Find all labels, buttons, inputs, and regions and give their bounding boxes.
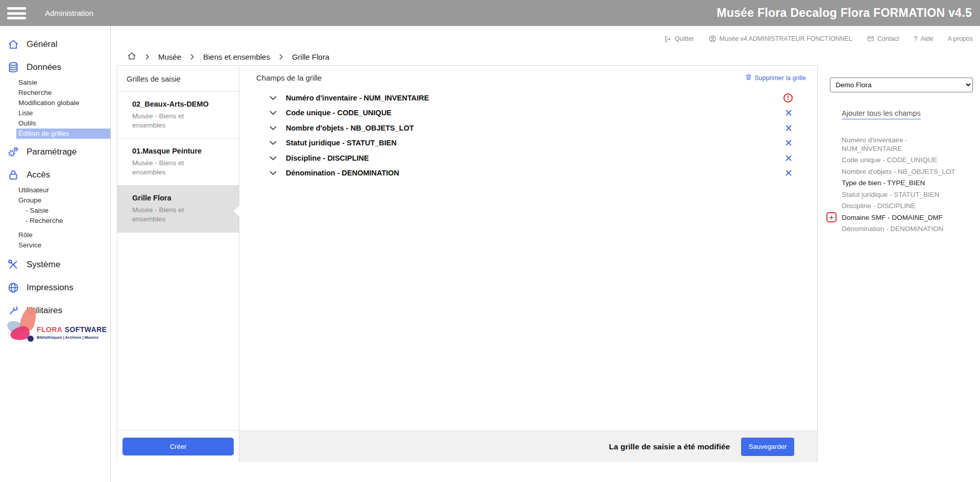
available-field: Numéro d'inventaire - NUM_INVENTAIRE	[842, 136, 958, 153]
globe-icon	[7, 281, 20, 294]
chevron-right-icon	[279, 54, 283, 60]
chevron-down-icon[interactable]	[269, 140, 278, 145]
chevron-right-icon	[145, 54, 150, 60]
app-label: Administration	[45, 9, 93, 17]
grid-list-item[interactable]: 02_Beaux-Arts-DEMO Musée - Biens et ense…	[117, 92, 239, 139]
sidebar-item-edition-de-grilles[interactable]: Édition de grilles	[16, 129, 110, 139]
field-row: Numéro d'inventaire - NUM_INVENTAIRE !	[239, 90, 817, 106]
delete-grid-link[interactable]: Supprimer la grille	[745, 73, 806, 82]
chevron-down-icon[interactable]	[269, 170, 278, 175]
home-icon	[7, 38, 20, 51]
available-field: Code unique - CODE_UNIQUE	[842, 156, 958, 165]
grid-item-name: Grille Flora	[132, 194, 233, 202]
help-button[interactable]: ? Aide	[914, 35, 934, 43]
sidebar-item-general[interactable]: Général	[0, 34, 110, 55]
breadcrumb-item[interactable]: Musée	[158, 53, 181, 61]
chevron-right-icon	[190, 54, 194, 60]
menu-icon[interactable]	[7, 7, 26, 19]
user-menu[interactable]: Musée v4 ADMINISTRATEUR FONCTIONNEL	[708, 35, 852, 43]
field-row: Nombre d'objets - NB_OBJETS_LOT	[239, 120, 817, 136]
model-select[interactable]: Demo Flora	[830, 78, 973, 92]
add-all-fields-link[interactable]: Ajouter tous les champs	[842, 109, 921, 119]
chevron-down-icon[interactable]	[269, 110, 278, 115]
breadcrumb: Musée Biens et ensembles Grille Flora	[127, 49, 329, 64]
grid-list-item[interactable]: 01.Masque Peinture Musée - Biens et ense…	[117, 139, 239, 186]
trash-icon	[745, 73, 752, 82]
field-row-label: Nombre d'objets - NB_OBJETS_LOT	[286, 124, 414, 132]
sidebar-item-acces[interactable]: Accès	[0, 165, 110, 185]
available-field: Nombre d'objets - NB_OBJETS_LOT	[842, 168, 958, 176]
page-title: Musée Flora Decalog Flora FORMATION v4.5	[717, 6, 972, 20]
remove-field-icon[interactable]	[785, 154, 793, 162]
chevron-down-icon[interactable]	[269, 95, 278, 100]
logo-dot	[28, 336, 34, 342]
quit-button[interactable]: Quitter	[664, 35, 694, 43]
sidebar-item-service[interactable]: Service	[0, 240, 110, 250]
fields-panel: Champs de la grille Supprimer la grille …	[239, 65, 818, 462]
chevron-down-icon[interactable]	[269, 156, 278, 161]
sidebar-item-parametrage[interactable]: Paramétrage	[0, 142, 110, 162]
envelope-icon	[867, 35, 874, 42]
user-icon	[708, 35, 717, 43]
tools-icon	[7, 258, 20, 271]
create-button[interactable]: Créer	[122, 438, 234, 455]
question-icon: ?	[914, 35, 918, 43]
flora-software-logo: FLORA SOFTWARE Bibliothèques | Archives …	[6, 307, 108, 345]
sidebar-item-systeme[interactable]: Système	[0, 255, 110, 275]
chevron-down-icon[interactable]	[269, 125, 278, 131]
grids-panel-title: Grilles de saisie	[117, 66, 239, 92]
grid-item-name: 01.Masque Peinture	[132, 147, 233, 155]
breadcrumb-item-current[interactable]: Grille Flora	[292, 53, 329, 61]
field-row: Discipline - DISCIPLINE	[239, 150, 817, 166]
available-fields-list: Numéro d'inventaire - NUM_INVENTAIRE Cod…	[842, 136, 958, 234]
sidebar-item-utilisateur[interactable]: Utilisateur	[0, 185, 110, 195]
sidebar-item-groupe-recherche[interactable]: - Recherche	[0, 216, 110, 226]
home-icon[interactable]	[127, 52, 136, 62]
available-field: Dénomination - DENOMINATION	[842, 225, 958, 234]
sidebar-item-modification-globale[interactable]: Modification globale	[0, 98, 110, 108]
app-header: Administration Musée Flora Decalog Flora…	[0, 0, 980, 26]
field-row-label: Dénomination - DENOMINATION	[286, 169, 399, 177]
top-toolbar: Quitter Musée v4 ADMINISTRATEUR FONCTION…	[204, 29, 973, 48]
sidebar-item-recherche[interactable]: Recherche	[0, 88, 110, 98]
about-button[interactable]: A propos	[948, 35, 973, 42]
lock-icon	[7, 168, 20, 182]
field-row-label: Numéro d'inventaire - NUM_INVENTAIRE	[286, 94, 429, 102]
available-field[interactable]: Type de bien - TYPE_BIEN	[842, 179, 958, 188]
status-message: La grille de saisie a été modifiée	[609, 442, 730, 451]
available-field-label: Domaine SMF - DOMAINE_DMF	[842, 214, 943, 221]
sidebar-item-groupe-saisie[interactable]: - Saisie	[0, 206, 110, 216]
available-field[interactable]: + Domaine SMF - DOMAINE_DMF	[842, 214, 958, 222]
available-field: Statut juridique - STATUT_BIEN	[842, 191, 958, 199]
field-row-label: Discipline - DISCIPLINE	[286, 154, 369, 162]
grid-item-subtitle: Musée - Biens et ensembles	[132, 206, 204, 224]
sidebar-item-liste[interactable]: Liste	[0, 108, 110, 118]
sidebar-item-outils[interactable]: Outils	[0, 118, 110, 129]
sidebar-item-saisie[interactable]: Saisie	[0, 78, 110, 88]
remove-field-icon[interactable]	[785, 169, 793, 177]
field-row: Statut juridique - STATUT_BIEN	[239, 136, 817, 151]
breadcrumb-item[interactable]: Biens et ensembles	[203, 53, 270, 61]
available-field: Discipline - DISCIPLINE	[842, 202, 958, 211]
grids-panel: Grilles de saisie 02_Beaux-Arts-DEMO Mus…	[117, 65, 239, 462]
save-button[interactable]: Sauvegarder	[741, 438, 794, 456]
field-row: Dénomination - DENOMINATION	[239, 166, 817, 181]
sidebar-item-donnees[interactable]: Données	[0, 57, 110, 78]
sidebar-item-role[interactable]: Rôle	[0, 230, 110, 240]
add-field-button[interactable]: +	[826, 212, 837, 222]
remove-field-icon[interactable]	[785, 109, 793, 117]
database-icon	[7, 61, 20, 74]
status-bar: La grille de saisie a été modifiée Sauve…	[239, 430, 817, 462]
sidebar-item-groupe[interactable]: Groupe	[0, 195, 110, 206]
grid-item-subtitle: Musée - Biens et ensembles	[132, 159, 204, 177]
sidebar-item-impressions[interactable]: Impressions	[0, 277, 110, 298]
field-row-label: Statut juridique - STATUT_BIEN	[286, 139, 397, 147]
grid-item-name: 02_Beaux-Arts-DEMO	[132, 100, 233, 108]
contact-button[interactable]: Contact	[867, 35, 899, 42]
field-row: Code unique - CODE_UNIQUE	[239, 106, 817, 121]
grid-list-item-selected[interactable]: Grille Flora Musée - Biens et ensembles	[117, 186, 239, 233]
remove-field-icon[interactable]	[785, 139, 793, 147]
logo-text-software: SOFTWARE	[65, 325, 107, 334]
grid-item-subtitle: Musée - Biens et ensembles	[132, 112, 204, 130]
remove-field-icon[interactable]	[785, 124, 793, 132]
